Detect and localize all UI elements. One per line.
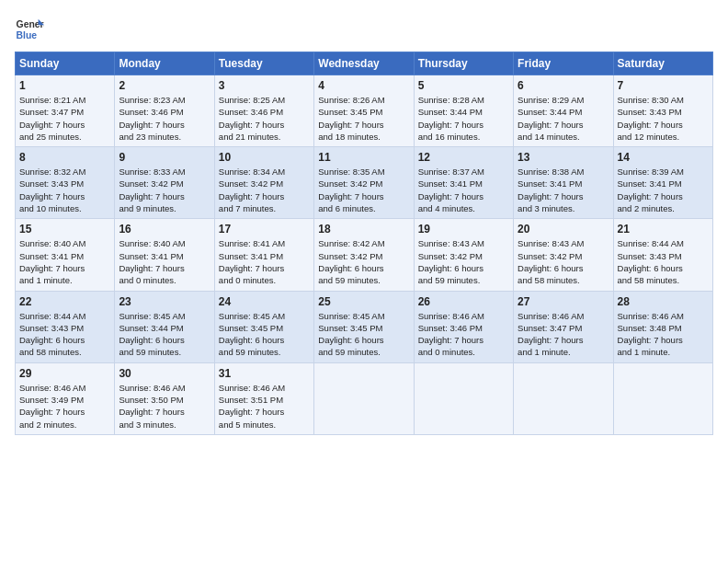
cell-info-line: Sunrise: 8:46 AM: [19, 382, 110, 394]
cell-info-line: Daylight: 7 hours: [618, 334, 709, 346]
cell-info-line: Sunset: 3:42 PM: [518, 250, 609, 262]
day-header-monday: Monday: [115, 52, 214, 75]
cell-info-line: and 3 minutes.: [518, 202, 609, 214]
cell-info-line: Sunset: 3:42 PM: [219, 178, 310, 190]
cell-info-line: Sunrise: 8:33 AM: [119, 166, 210, 178]
cell-info-line: Daylight: 7 hours: [318, 119, 409, 131]
cell-info-line: Sunrise: 8:43 AM: [418, 237, 509, 249]
cell-info-line: and 2 minutes.: [618, 202, 709, 214]
cell-info-line: Daylight: 7 hours: [19, 119, 110, 131]
cell-info-line: Sunrise: 8:32 AM: [19, 166, 110, 178]
cell-info-line: Sunset: 3:45 PM: [318, 106, 409, 118]
cell-info-line: Daylight: 6 hours: [119, 334, 210, 346]
cell-info-line: Daylight: 6 hours: [318, 334, 409, 346]
calendar-body: 1Sunrise: 8:21 AMSunset: 3:47 PMDaylight…: [16, 75, 713, 435]
day-number: 31: [219, 367, 310, 380]
cell-info-line: Daylight: 7 hours: [518, 119, 609, 131]
calendar-cell: 30Sunrise: 8:46 AMSunset: 3:50 PMDayligh…: [115, 362, 214, 434]
cell-info-line: Sunrise: 8:28 AM: [418, 94, 509, 106]
cell-info-line: Sunrise: 8:45 AM: [318, 310, 409, 322]
week-row-5: 29Sunrise: 8:46 AMSunset: 3:49 PMDayligh…: [16, 362, 713, 434]
cell-info-line: and 4 minutes.: [418, 202, 509, 214]
calendar-cell: 31Sunrise: 8:46 AMSunset: 3:51 PMDayligh…: [214, 362, 313, 434]
day-number: 13: [518, 151, 609, 164]
calendar-cell: 29Sunrise: 8:46 AMSunset: 3:49 PMDayligh…: [16, 362, 115, 434]
day-header-sunday: Sunday: [16, 52, 115, 75]
cell-info-line: Daylight: 7 hours: [418, 190, 509, 202]
calendar-cell: 26Sunrise: 8:46 AMSunset: 3:46 PMDayligh…: [414, 291, 513, 362]
calendar-cell: 19Sunrise: 8:43 AMSunset: 3:42 PMDayligh…: [414, 219, 513, 291]
calendar-cell: 10Sunrise: 8:34 AMSunset: 3:42 PMDayligh…: [214, 147, 313, 219]
cell-info-line: Sunrise: 8:40 AM: [119, 237, 210, 249]
logo-icon: General Blue: [15, 15, 44, 44]
cell-info-line: Sunrise: 8:45 AM: [119, 310, 210, 322]
cell-info-line: Daylight: 6 hours: [318, 262, 409, 274]
day-number: 23: [119, 295, 210, 308]
cell-info-line: Daylight: 7 hours: [518, 190, 609, 202]
cell-info-line: and 0 minutes.: [418, 346, 509, 358]
week-row-2: 8Sunrise: 8:32 AMSunset: 3:43 PMDaylight…: [16, 147, 713, 219]
day-header-thursday: Thursday: [414, 52, 513, 75]
cell-info-line: Sunset: 3:41 PM: [119, 250, 210, 262]
cell-info-line: and 3 minutes.: [119, 419, 210, 431]
cell-info-line: Sunset: 3:43 PM: [618, 106, 709, 118]
cell-info-line: Daylight: 7 hours: [418, 119, 509, 131]
cell-info-line: Daylight: 7 hours: [219, 190, 310, 202]
cell-info-line: Sunset: 3:42 PM: [418, 250, 509, 262]
calendar-cell: 12Sunrise: 8:37 AMSunset: 3:41 PMDayligh…: [414, 147, 513, 219]
calendar-cell: 28Sunrise: 8:46 AMSunset: 3:48 PMDayligh…: [613, 291, 712, 362]
day-number: 24: [219, 295, 310, 308]
cell-info-line: and 59 minutes.: [418, 274, 509, 286]
cell-info-line: Sunrise: 8:44 AM: [19, 310, 110, 322]
week-row-1: 1Sunrise: 8:21 AMSunset: 3:47 PMDaylight…: [16, 75, 713, 147]
day-number: 28: [618, 295, 709, 308]
calendar-table: SundayMondayTuesdayWednesdayThursdayFrid…: [15, 52, 713, 435]
day-number: 2: [119, 79, 210, 92]
calendar-cell: 15Sunrise: 8:40 AMSunset: 3:41 PMDayligh…: [16, 219, 115, 291]
cell-info-line: Sunrise: 8:46 AM: [219, 382, 310, 394]
cell-info-line: Sunset: 3:47 PM: [518, 322, 609, 334]
calendar-cell: 23Sunrise: 8:45 AMSunset: 3:44 PMDayligh…: [115, 291, 214, 362]
cell-info-line: Sunset: 3:41 PM: [19, 250, 110, 262]
cell-info-line: Sunset: 3:43 PM: [19, 322, 110, 334]
cell-info-line: Daylight: 7 hours: [119, 119, 210, 131]
calendar-cell: 13Sunrise: 8:38 AMSunset: 3:41 PMDayligh…: [514, 147, 613, 219]
day-number: 4: [318, 79, 409, 92]
day-number: 7: [618, 79, 709, 92]
cell-info-line: Daylight: 7 hours: [19, 262, 110, 274]
day-number: 5: [418, 79, 509, 92]
calendar-cell: 27Sunrise: 8:46 AMSunset: 3:47 PMDayligh…: [514, 291, 613, 362]
cell-info-line: Daylight: 7 hours: [418, 334, 509, 346]
day-number: 22: [19, 295, 110, 308]
day-header-tuesday: Tuesday: [214, 52, 313, 75]
cell-info-line: Sunset: 3:42 PM: [119, 178, 210, 190]
calendar-header-row: SundayMondayTuesdayWednesdayThursdayFrid…: [16, 52, 713, 75]
cell-info-line: Sunset: 3:41 PM: [618, 178, 709, 190]
cell-info-line: Daylight: 7 hours: [219, 262, 310, 274]
cell-info-line: and 16 minutes.: [418, 131, 509, 143]
cell-info-line: Sunset: 3:43 PM: [618, 250, 709, 262]
header: General Blue: [15, 15, 713, 44]
day-number: 29: [19, 367, 110, 380]
day-header-wednesday: Wednesday: [314, 52, 414, 75]
calendar-cell: 5Sunrise: 8:28 AMSunset: 3:44 PMDaylight…: [414, 75, 513, 147]
day-number: 25: [318, 295, 409, 308]
cell-info-line: Sunrise: 8:34 AM: [219, 166, 310, 178]
cell-info-line: Sunset: 3:45 PM: [219, 322, 310, 334]
day-number: 15: [19, 223, 110, 236]
cell-info-line: Sunrise: 8:30 AM: [618, 94, 709, 106]
cell-info-line: Sunrise: 8:45 AM: [219, 310, 310, 322]
day-number: 27: [518, 295, 609, 308]
cell-info-line: Sunrise: 8:41 AM: [219, 237, 310, 249]
cell-info-line: Sunrise: 8:44 AM: [618, 237, 709, 249]
cell-info-line: Daylight: 7 hours: [318, 190, 409, 202]
day-number: 21: [618, 223, 709, 236]
day-number: 16: [119, 223, 210, 236]
cell-info-line: Daylight: 6 hours: [219, 334, 310, 346]
calendar-cell: 8Sunrise: 8:32 AMSunset: 3:43 PMDaylight…: [16, 147, 115, 219]
page-container: General Blue SundayMondayTuesdayWednesda…: [0, 0, 728, 442]
cell-info-line: Sunset: 3:46 PM: [119, 106, 210, 118]
cell-info-line: and 0 minutes.: [119, 274, 210, 286]
cell-info-line: Sunset: 3:41 PM: [219, 250, 310, 262]
logo: General Blue: [15, 15, 44, 44]
